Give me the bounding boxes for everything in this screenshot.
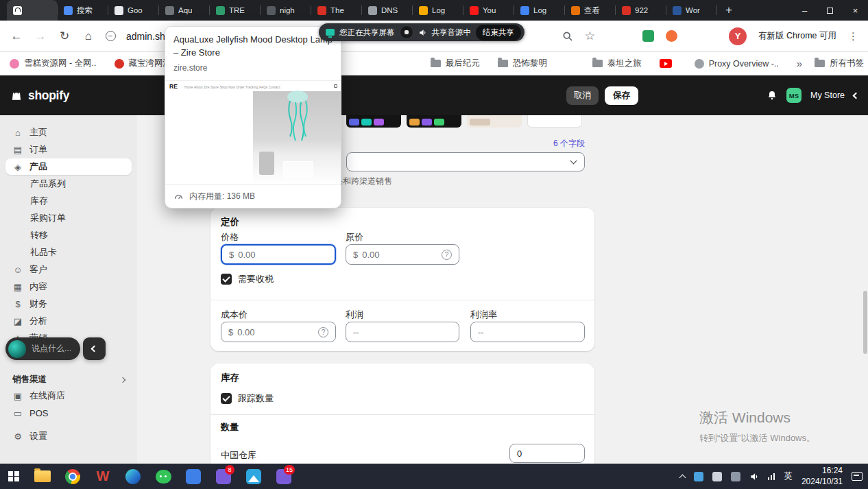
sidebar-item-customers[interactable]: ☺客户 <box>5 261 132 278</box>
tab-google[interactable]: Goo <box>108 0 159 21</box>
refresh-button[interactable]: ↻ <box>58 29 71 43</box>
tab-chakan[interactable]: 查看 <box>565 0 616 21</box>
product-image-thumbnail[interactable] <box>346 115 401 128</box>
bookmarks-overflow-chevron[interactable]: » <box>797 58 802 69</box>
tab-922[interactable]: 922 <box>616 0 666 21</box>
tray-app-icon[interactable] <box>712 472 722 481</box>
tab-shopify-admin[interactable] <box>7 0 58 21</box>
extension-orange-icon[interactable] <box>666 30 677 42</box>
stop-sharing-button[interactable]: 结束共享 <box>476 25 521 40</box>
margin-input[interactable]: -- <box>470 322 585 342</box>
profit-input[interactable]: -- <box>346 322 459 342</box>
tab-the[interactable]: The <box>311 0 362 21</box>
tab-word[interactable]: Wor <box>666 0 717 21</box>
help-icon[interactable]: ? <box>318 327 328 337</box>
hidden-icons-chevron[interactable] <box>679 475 686 481</box>
tab-youtube[interactable]: You <box>463 0 514 21</box>
taskbar-edge[interactable] <box>118 464 148 489</box>
metafields-link[interactable]: 6 个字段 <box>538 138 585 150</box>
taskbar-purple-app[interactable]: 8 <box>208 464 239 489</box>
chat-collapse-button[interactable] <box>83 337 106 360</box>
extension-green-icon[interactable] <box>642 30 654 42</box>
back-button[interactable]: ← <box>10 29 23 43</box>
sidebar-item-analytics[interactable]: ◪分析 <box>5 313 132 329</box>
taskbar-file-explorer[interactable] <box>27 464 58 489</box>
chrome-update-button[interactable]: 有新版 Chrome 可用 <box>758 30 836 42</box>
profile-avatar[interactable]: Y <box>729 27 747 45</box>
price-input[interactable]: $ 0.00 <box>221 244 336 265</box>
tab-dns[interactable]: DNS <box>362 0 413 21</box>
bookmark-folder[interactable]: 泰坦之旅 <box>592 58 642 69</box>
shopify-logo[interactable]: shopify <box>10 88 69 103</box>
track-quantity-checkbox[interactable] <box>221 393 232 404</box>
taskbar-purple-app-2[interactable]: 15 <box>269 464 299 489</box>
sidebar-item-content[interactable]: ▦内容 <box>5 278 132 295</box>
bookmark-item[interactable]: 藏宝湾网游 <box>114 58 172 69</box>
compare-price-input[interactable]: $ 0.00 ? <box>346 244 459 265</box>
all-bookmarks-folder[interactable]: 所有书签 <box>815 58 864 69</box>
tray-app-icon[interactable] <box>694 472 703 481</box>
page-scrollbar-thumb[interactable] <box>863 291 867 354</box>
taskbar-blue-app[interactable] <box>178 464 208 489</box>
cost-input[interactable]: $ 0.00 ? <box>221 322 336 342</box>
close-button[interactable]: × <box>843 0 868 21</box>
sidebar-item-products[interactable]: ◈产品 <box>5 158 132 175</box>
share-control-button[interactable] <box>400 25 413 39</box>
site-info-icon[interactable] <box>106 31 116 41</box>
taskbar-photos[interactable] <box>239 464 269 489</box>
volume-icon[interactable] <box>749 472 759 481</box>
help-icon[interactable]: ? <box>442 250 452 260</box>
browser-menu-icon[interactable]: ⋮ <box>848 30 858 43</box>
tray-app-icon[interactable] <box>731 472 740 481</box>
sidebar-item-pos[interactable]: ▭POS <box>5 405 132 421</box>
bookmark-star-icon[interactable]: ☆ <box>585 30 595 42</box>
sidebar-item-settings[interactable]: ⚙设置 <box>5 428 132 444</box>
store-name[interactable]: My Store <box>810 91 845 100</box>
add-media-tile[interactable] <box>527 115 582 128</box>
taskbar-chrome[interactable] <box>58 464 88 489</box>
save-button[interactable]: 保存 <box>605 86 638 105</box>
start-button[interactable] <box>0 464 27 489</box>
product-image-thumbnail[interactable] <box>407 115 461 128</box>
notification-bell-icon[interactable] <box>767 90 777 101</box>
tab-search[interactable]: 搜索 <box>58 0 108 21</box>
maximize-button[interactable] <box>817 0 843 21</box>
tab-log-2[interactable]: Log <box>514 0 565 21</box>
sidebar-item-purchase-orders[interactable]: 采购订单 <box>5 210 132 226</box>
search-icon[interactable] <box>562 31 573 42</box>
bookmark-item[interactable]: 雪糕资源网 - 全网.. <box>10 58 97 69</box>
location-quantity-input[interactable]: 0 <box>509 444 585 463</box>
sidebar-item-finance[interactable]: $财务 <box>5 296 132 312</box>
sidebar-item-transfers[interactable]: 转移 <box>5 227 132 243</box>
sidebar-item-home[interactable]: ⌂主页 <box>5 124 132 141</box>
bookmark-folder[interactable]: 恐怖黎明 <box>498 58 547 69</box>
store-badge[interactable]: MS <box>786 88 801 103</box>
cancel-button[interactable]: 取消 <box>566 86 599 105</box>
tab-aqualuxe-zire[interactable]: Aqu <box>159 0 210 21</box>
tab-night[interactable]: nigh <box>261 0 311 21</box>
sidebar-item-gift-cards[interactable]: 礼品卡 <box>5 244 132 261</box>
sidebar-item-online-store[interactable]: ▣在线商店 <box>5 387 132 404</box>
chat-input-pill[interactable]: 说点什么... <box>5 337 80 360</box>
taskbar-wps[interactable]: W <box>88 464 118 489</box>
taskbar-clock[interactable]: 16:24 2024/10/31 <box>801 466 843 487</box>
home-button[interactable]: ⌂ <box>82 29 95 43</box>
bookmark-folder[interactable]: 最后纪元 <box>431 58 480 69</box>
taskbar-wechat[interactable] <box>148 464 178 489</box>
charge-tax-checkbox[interactable] <box>221 274 232 285</box>
address-bar[interactable]: admin.sh <box>126 31 165 42</box>
bookmark-item[interactable]: Proxy Overview -.. <box>695 59 779 69</box>
tab-log-1[interactable]: Log <box>413 0 463 21</box>
sidebar-item-orders[interactable]: ▤订单 <box>5 141 132 158</box>
sidebar-item-inventory[interactable]: 库存 <box>5 193 132 209</box>
product-image-thumbnail[interactable] <box>467 115 522 128</box>
forward-button[interactable]: → <box>34 29 47 43</box>
bookmark-youtube[interactable] <box>660 59 677 68</box>
minimize-button[interactable]: – <box>792 0 817 21</box>
collapse-chevron-icon[interactable] <box>853 92 860 99</box>
tab-tre[interactable]: TRE <box>210 0 261 21</box>
sales-channels-header[interactable]: 销售渠道 <box>12 374 125 385</box>
new-tab-button[interactable]: + <box>717 3 740 17</box>
network-icon[interactable] <box>768 473 775 480</box>
action-center-icon[interactable] <box>852 472 863 481</box>
